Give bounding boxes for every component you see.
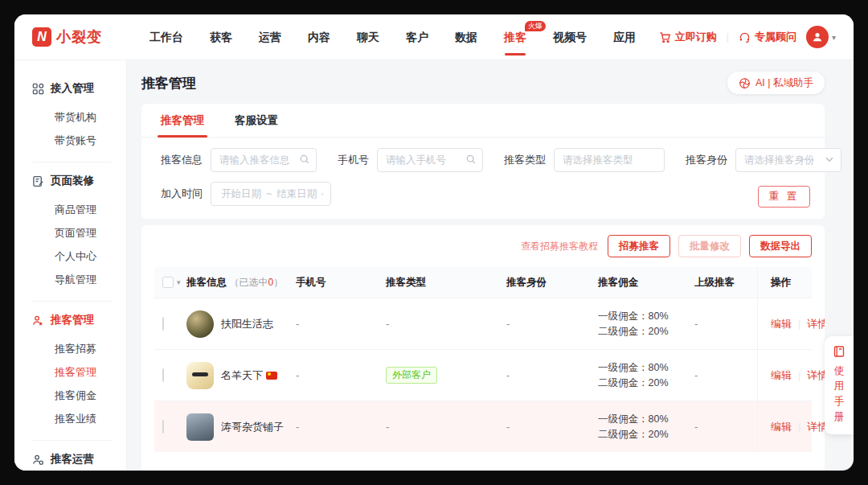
search-icon (465, 154, 477, 165)
sidebar-item-personal-center[interactable]: 个人中心 (14, 245, 126, 268)
select-dropdown-caret[interactable]: ▾ (177, 278, 181, 286)
recruit-promoter-button[interactable]: 招募推客 (608, 235, 670, 257)
cell-phone: - (296, 369, 386, 381)
promoter-type-select[interactable] (554, 148, 665, 172)
ai-assistant-label: AI | 私域助手 (755, 76, 813, 90)
main-nav: 工作台 获客 运营 内容 聊天 客户 数据 推客 火爆 视频号 应用 (149, 14, 636, 60)
sidebar-item-promoter-recruit[interactable]: 推客招募 (14, 337, 126, 360)
detail-link[interactable]: 详情 (807, 317, 825, 331)
nav-item-promoter[interactable]: 推客 火爆 (504, 14, 526, 60)
topbar-divider: | (727, 31, 729, 43)
chevron-down-icon: ▾ (832, 33, 836, 42)
nav-item-chat[interactable]: 聊天 (357, 14, 379, 60)
page-title: 推客管理 (141, 74, 196, 92)
cell-operations: 编辑 | 详情 (757, 401, 825, 452)
filter-type-label: 推客类型 (504, 153, 546, 167)
sidebar-item-sales-accounts[interactable]: 带货账号 (14, 129, 126, 152)
page-header: 推客管理 AI | 私域助手 (141, 72, 825, 94)
sidebar-item-sales-orgs[interactable]: 带货机构 (14, 105, 126, 129)
screenshot-frame: N 小裂变 工作台 获客 运营 内容 聊天 客户 数据 推客 火爆 视频号 应用… (0, 0, 868, 485)
nav-item-promoter-label: 推客 (504, 31, 526, 43)
col-header-phone: 手机号 (296, 276, 386, 290)
col-header-info: 推客信息 （已选中0） (186, 276, 296, 290)
sidebar-item-page-mgmt[interactable]: 页面管理 (14, 221, 126, 245)
reset-button[interactable]: 重 置 (758, 186, 810, 208)
logo[interactable]: N 小裂变 (32, 27, 127, 47)
avatar (806, 26, 829, 48)
tab-promoter-mgmt[interactable]: 推客管理 (161, 104, 204, 138)
order-now-label: 立即订购 (675, 30, 717, 44)
sidebar-group-promoter-mgmt[interactable]: 推客管理 (14, 311, 126, 329)
select-all-checkbox[interactable] (162, 277, 174, 288)
sidebar: 接入管理 带货机构 带货账号 页面装修 商品管理 页面管理 个人中心 导航管理 … (14, 60, 127, 471)
filter-type: 推客类型 (504, 148, 665, 172)
sidebar-item-product-mgmt[interactable]: 商品管理 (14, 198, 126, 221)
tab-service-settings[interactable]: 客服设置 (235, 104, 278, 138)
detail-link[interactable]: 详情 (807, 420, 825, 434)
account-menu[interactable]: ▾ (806, 26, 836, 48)
grid-icon (32, 83, 44, 95)
page-icon (32, 175, 44, 187)
row-checkbox[interactable] (162, 317, 164, 331)
detail-link[interactable]: 详情 (807, 368, 825, 383)
ai-assistant-button[interactable]: AI | 私域助手 (727, 72, 825, 94)
cell-parent: - (694, 369, 757, 381)
nav-item-content[interactable]: 内容 (308, 14, 330, 60)
row-checkbox[interactable] (162, 420, 164, 434)
logo-icon: N (32, 27, 51, 47)
data-export-button[interactable]: 数据导出 (749, 235, 812, 257)
commission-level1: 一级佣金：80% (598, 412, 694, 427)
external-customer-tag: 外部客户 (386, 367, 437, 384)
filter-card: 推客管理 客服设置 推客信息 手机号 (141, 104, 825, 219)
date-end-placeholder: 结束日期 (276, 187, 317, 201)
advisor-link[interactable]: 专属顾问 (739, 30, 796, 44)
book-icon (833, 345, 845, 358)
nav-item-customers[interactable]: 客户 (406, 14, 428, 60)
col-header-parent: 上级推客 (694, 276, 757, 290)
table-row: 名羊天下 - 外部客户 - 一级佣金：80% 二级佣金：20% - 编辑 | 详… (154, 349, 812, 401)
app-window: N 小裂变 工作台 获客 运营 内容 聊天 客户 数据 推客 火爆 视频号 应用… (14, 14, 854, 471)
col-header-ops: 操作 (757, 267, 812, 298)
nav-item-apps[interactable]: 应用 (613, 14, 636, 60)
col-header-identity: 推客身份 (506, 276, 598, 290)
table-actions: 查看招募推客教程 招募推客 批量修改 数据导出 (141, 225, 825, 267)
order-now-link[interactable]: 立即订购 (659, 30, 717, 44)
nav-item-data[interactable]: 数据 (455, 14, 477, 60)
sidebar-group-page-design[interactable]: 页面装修 (14, 172, 126, 190)
main-content: 推客管理 AI | 私域助手 推客管理 客服设置 推客信息 (127, 60, 854, 471)
date-range-input[interactable]: 开始日期 ~ 结束日期 (211, 182, 331, 206)
filter-phone: 手机号 (338, 148, 483, 172)
nav-item-video[interactable]: 视频号 (553, 14, 587, 60)
nav-item-workbench[interactable]: 工作台 (149, 14, 183, 60)
user-manual-button[interactable]: 使用手册 (825, 336, 854, 434)
filter-join-time: 加入时间 开始日期 ~ 结束日期 (161, 182, 331, 206)
sidebar-item-promoter-performance[interactable]: 推客业绩 (14, 407, 126, 430)
batch-edit-button[interactable]: 批量修改 (678, 235, 741, 257)
cell-operations: 编辑 | 详情 (757, 350, 825, 401)
sidebar-item-promoter-mgmt[interactable]: 推客管理 (14, 360, 126, 384)
sidebar-item-promoter-commission[interactable]: 推客佣金 (14, 384, 126, 407)
table-row: 扶阳生活志 - - - 一级佣金：80% 二级佣金：20% - 编辑 | 详情 (154, 298, 812, 349)
filter-row-2: 加入时间 开始日期 ~ 结束日期 (161, 182, 805, 206)
cell-commission: 一级佣金：80% 二级佣金：20% (598, 360, 694, 391)
edit-link[interactable]: 编辑 (771, 368, 792, 383)
commission-level1: 一级佣金：80% (598, 309, 694, 324)
recruit-tutorial-link[interactable]: 查看招募推客教程 (521, 240, 598, 253)
advisor-label: 专属顾问 (755, 30, 796, 44)
row-checkbox[interactable] (162, 368, 164, 382)
commission-level2: 二级佣金：20% (598, 324, 694, 339)
cell-identity: - (506, 369, 598, 381)
sidebar-group-access[interactable]: 接入管理 (14, 80, 126, 97)
nav-item-acquisition[interactable]: 获客 (210, 14, 232, 60)
sidebar-item-nav-mgmt[interactable]: 导航管理 (14, 268, 126, 291)
filter-area: 推客信息 手机号 推客类型 (141, 138, 825, 219)
cell-commission: 一级佣金：80% 二级佣金：20% (598, 309, 694, 339)
edit-link[interactable]: 编辑 (771, 420, 792, 434)
sidebar-group-promoter-ops[interactable]: 推客运营 (14, 450, 126, 468)
sidebar-group-page-design-label: 页面装修 (51, 174, 94, 188)
op-separator: | (798, 319, 800, 330)
nav-item-operations[interactable]: 运营 (259, 14, 281, 60)
edit-link[interactable]: 编辑 (771, 317, 792, 331)
logo-text: 小裂变 (56, 27, 102, 47)
ai-flower-icon (739, 77, 751, 89)
